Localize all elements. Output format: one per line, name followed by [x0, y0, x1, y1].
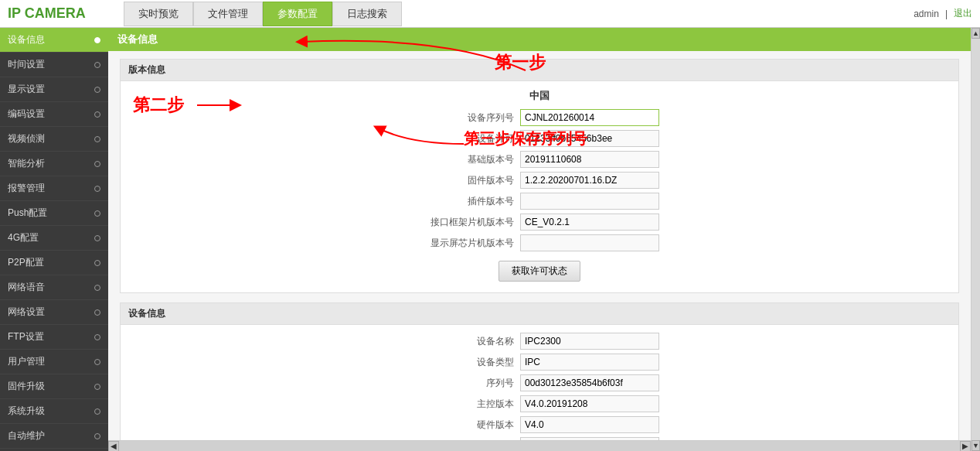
field-row-device-name: 设备名称	[136, 333, 943, 350]
sidebar-item-network[interactable]: 网络设置	[0, 300, 108, 325]
h-scroll-track[interactable]	[119, 441, 960, 451]
serial-input[interactable]	[520, 109, 659, 126]
sidebar-dot	[94, 260, 100, 266]
field-row-base-ver: 基础版本号	[136, 151, 943, 168]
sidebar-item-push[interactable]: Push配置	[0, 201, 108, 226]
field-row-dev-serial: 序列号	[136, 374, 943, 391]
field-row-license: 设备许可	[136, 130, 943, 147]
sidebar-item-video-detect[interactable]: 视频侦测	[0, 127, 108, 152]
content-area: 版本信息 中国 设备序列号 设备许可 基础版本号	[108, 51, 971, 451]
sidebar-item-time[interactable]: 时间设置	[0, 53, 108, 77]
sidebar-dot	[94, 186, 100, 192]
scroll-down-arrow[interactable]: ▼	[971, 440, 980, 451]
license-label: 设备许可	[420, 132, 520, 145]
country-label: 中国	[136, 89, 943, 103]
sidebar-dot	[94, 384, 100, 390]
sidebar-label: 4G配置	[8, 231, 39, 244]
sidebar-item-sysupgrade[interactable]: 系统升级	[0, 399, 108, 424]
page-title: 设备信息	[108, 28, 971, 51]
sidebar-item-firmware[interactable]: 固件升级	[0, 374, 108, 399]
sidebar-dot	[94, 433, 100, 439]
sidebar-dot	[94, 408, 100, 415]
sidebar-item-4g[interactable]: 4G配置	[0, 226, 108, 251]
sidebar-label: 显示设置	[8, 83, 45, 96]
tab-filemanage[interactable]: 文件管理	[193, 2, 263, 26]
sidebar-dot	[94, 334, 100, 340]
field-row-hw-ver: 硬件版本	[136, 416, 943, 433]
interface-ver-input	[520, 214, 659, 231]
right-scrollbar[interactable]: ▲ ▼	[971, 28, 980, 451]
sidebar-label: 编码设置	[8, 108, 45, 121]
sidebar-label: 用户管理	[8, 355, 45, 368]
scroll-left-arrow[interactable]: ◀	[108, 441, 119, 452]
sidebar-dot	[94, 87, 100, 93]
device-section-title: 设备信息	[121, 303, 958, 325]
sidebar-item-alarm[interactable]: 报警管理	[0, 176, 108, 201]
base-ver-input	[520, 151, 659, 168]
version-section-title: 版本信息	[121, 60, 958, 81]
sidebar-item-ftp[interactable]: FTP设置	[0, 325, 108, 350]
main-content: 设备信息 版本信息 中国 设备序列号 设备许可 基础版本号	[108, 28, 971, 451]
device-section: 设备信息 设备名称 设备类型 序列号 主控版本	[120, 302, 959, 451]
display-ver-input	[520, 234, 659, 251]
sidebar-dot	[94, 136, 100, 142]
sidebar-dot	[94, 62, 100, 68]
username: admin	[914, 9, 939, 19]
license-input[interactable]	[520, 130, 659, 147]
logout-link[interactable]: 退出	[954, 7, 972, 20]
field-row-interface-ver: 接口框架片机版本号	[136, 214, 943, 231]
sidebar-label: Push配置	[8, 207, 47, 220]
field-row-display-ver: 显示屏芯片机版本号	[136, 234, 943, 251]
serial-label: 设备序列号	[420, 111, 520, 125]
sidebar-label: 时间设置	[8, 58, 45, 71]
header: IP CAMERA 实时预览 文件管理 参数配置 日志搜索 admin | 退出	[0, 0, 980, 28]
sidebar: 设备信息 时间设置 显示设置 编码设置 视频侦测 智能分析 报警管理 Push	[0, 28, 108, 451]
plugin-ver-label: 插件版本号	[420, 195, 520, 208]
scroll-up-arrow[interactable]: ▲	[971, 28, 980, 39]
sidebar-dot	[94, 37, 100, 43]
display-ver-label: 显示屏芯片机版本号	[420, 237, 520, 250]
sidebar-label: 视频侦测	[8, 132, 45, 145]
sidebar-item-smart-analysis[interactable]: 智能分析	[0, 152, 108, 176]
scroll-track[interactable]	[971, 39, 980, 440]
sidebar-label: 自动维护	[8, 429, 45, 442]
scroll-right-arrow[interactable]: ▶	[960, 441, 971, 452]
version-section: 版本信息 中国 设备序列号 设备许可 基础版本号	[120, 59, 959, 293]
sidebar-item-device-info[interactable]: 设备信息	[0, 28, 108, 53]
sidebar-item-auto-maintain[interactable]: 自动维护	[0, 424, 108, 449]
sidebar-label: 智能分析	[8, 157, 45, 170]
field-row-main-ctrl: 主控版本	[136, 395, 943, 412]
main-ctrl-input	[520, 395, 659, 412]
hw-ver-input	[520, 416, 659, 433]
plugin-ver-input	[520, 193, 659, 210]
sidebar-label: 系统升级	[8, 405, 45, 418]
device-name-label: 设备名称	[420, 335, 520, 348]
nav-tabs: 实时预览 文件管理 参数配置 日志搜索	[124, 2, 914, 26]
sidebar-item-display[interactable]: 显示设置	[0, 77, 108, 102]
device-section-body: 设备名称 设备类型 序列号 主控版本	[121, 325, 958, 451]
version-section-body: 中国 设备序列号 设备许可 基础版本号 固件版本号	[121, 81, 958, 292]
horizontal-scrollbar[interactable]: ◀ ▶	[108, 440, 971, 451]
sidebar-label: 设备信息	[8, 33, 45, 46]
field-row-serial: 设备序列号	[136, 109, 943, 126]
separator: |	[945, 9, 948, 19]
main-ctrl-label: 主控版本	[420, 398, 520, 411]
sidebar-item-users[interactable]: 用户管理	[0, 350, 108, 374]
sidebar-label: 固件升级	[8, 380, 45, 393]
sidebar-item-p2p[interactable]: P2P配置	[0, 251, 108, 275]
tab-realtime[interactable]: 实时预览	[124, 2, 193, 26]
sidebar-label: 网络设置	[8, 306, 45, 319]
sidebar-dot	[94, 161, 100, 167]
sidebar-item-voip[interactable]: 网络语音	[0, 275, 108, 300]
get-license-button[interactable]: 获取许可状态	[499, 261, 580, 282]
tab-log[interactable]: 日志搜索	[332, 2, 402, 26]
get-license-btn-row: 获取许可状态	[136, 258, 943, 285]
tab-params[interactable]: 参数配置	[263, 2, 332, 26]
device-type-label: 设备类型	[420, 356, 520, 369]
sidebar-item-encode[interactable]: 编码设置	[0, 102, 108, 127]
device-name-input[interactable]	[520, 333, 659, 350]
sidebar-label: P2P配置	[8, 256, 44, 269]
layout: 设备信息 时间设置 显示设置 编码设置 视频侦测 智能分析 报警管理 Push	[0, 28, 980, 451]
device-type-input	[520, 354, 659, 371]
sidebar-dot	[94, 235, 100, 241]
